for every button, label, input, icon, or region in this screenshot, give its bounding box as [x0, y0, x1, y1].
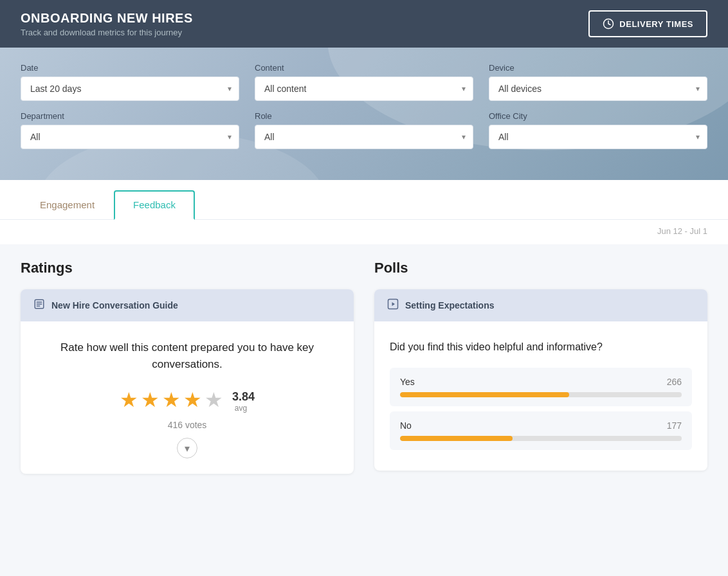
tab-feedback[interactable]: Feedback	[114, 190, 195, 220]
content-filter-label: Content	[255, 63, 473, 73]
rating-avg-label: avg	[227, 404, 255, 413]
delivery-times-label: DELIVERY TIMES	[619, 19, 693, 29]
polls-card: Setting Expectations Did you find this v…	[374, 289, 707, 471]
votes-text: 416 votes	[36, 420, 338, 430]
star-4: ★	[183, 388, 202, 412]
date-filter-select[interactable]: Last 20 days Last 7 days Last 30 days La…	[21, 76, 239, 101]
tabs-container: Engagement Feedback	[21, 180, 707, 219]
tab-engagement[interactable]: Engagement	[21, 190, 114, 219]
filter-group-role: Role All	[255, 111, 473, 149]
poll-yes-count: 266	[667, 377, 682, 387]
polls-card-header: Setting Expectations	[374, 289, 707, 321]
filter-group-device: Device All devices	[489, 63, 707, 101]
department-filter-select[interactable]: All	[21, 125, 239, 149]
poll-option-no: No 177	[390, 411, 692, 450]
poll-no-label: No	[400, 420, 412, 431]
avg-row: ★ ★ ★ ★ ★ 3.84 avg	[36, 388, 338, 415]
poll-yes-bar-bg	[400, 392, 682, 397]
rating-avg-group: 3.84 avg	[227, 390, 255, 413]
list-icon	[33, 298, 45, 312]
date-range-text: Jun 12 - Jul 1	[657, 226, 707, 236]
star-5: ★	[205, 388, 223, 412]
office-city-filter-wrapper: All	[489, 125, 707, 149]
main-content: Ratings New Hire Conversation Guide Ra	[0, 244, 728, 576]
date-filter-wrapper: Last 20 days Last 7 days Last 30 days La…	[21, 76, 239, 101]
poll-no-count: 177	[667, 420, 682, 431]
rating-avg-value: 3.84	[232, 390, 255, 403]
poll-no-bar	[400, 436, 513, 441]
device-filter-label: Device	[489, 63, 707, 73]
header: ONBOARDING NEW HIRES Track and download …	[0, 0, 728, 48]
filter-group-department: Department All	[21, 111, 239, 149]
filters-section: Date Last 20 days Last 7 days Last 30 da…	[0, 48, 728, 180]
rating-question: Rate how well this content prepared you …	[36, 339, 338, 372]
stars-row: ★ ★ ★ ★ ★	[120, 388, 223, 412]
filter-group-date: Date Last 20 days Last 7 days Last 30 da…	[21, 63, 239, 101]
date-filter-label: Date	[21, 63, 239, 73]
device-filter-select[interactable]: All devices	[489, 76, 707, 101]
poll-yes-bar	[400, 392, 569, 397]
poll-yes-label: Yes	[400, 377, 415, 387]
polls-card-body: Did you find this video helpful and info…	[374, 321, 707, 471]
content-filter-wrapper: All content	[255, 76, 473, 101]
filter-group-content: Content All content	[255, 63, 473, 101]
ratings-column: Ratings New Hire Conversation Guide Ra	[21, 260, 354, 474]
poll-no-bar-bg	[400, 436, 682, 441]
department-filter-label: Department	[21, 111, 239, 121]
page-title: ONBOARDING NEW HIRES	[21, 11, 193, 26]
expand-ratings-button[interactable]: ▾	[177, 438, 197, 458]
polls-card-title: Setting Expectations	[405, 300, 494, 310]
star-3: ★	[162, 388, 181, 412]
role-filter-select[interactable]: All	[255, 125, 473, 149]
header-left: ONBOARDING NEW HIRES Track and download …	[21, 11, 193, 37]
office-city-filter-select[interactable]: All	[489, 125, 707, 149]
role-filter-label: Role	[255, 111, 473, 121]
date-range-bar: Jun 12 - Jul 1	[0, 220, 728, 244]
polls-section-title: Polls	[374, 260, 707, 276]
play-icon	[387, 298, 399, 312]
ratings-section-title: Ratings	[21, 260, 354, 276]
ratings-card: New Hire Conversation Guide Rate how wel…	[21, 289, 354, 474]
svg-marker-6	[392, 302, 396, 306]
page-subtitle: Track and download metrics for this jour…	[21, 28, 193, 37]
role-filter-wrapper: All	[255, 125, 473, 149]
delivery-times-button[interactable]: DELIVERY TIMES	[588, 10, 707, 37]
ratings-card-header: New Hire Conversation Guide	[21, 289, 354, 321]
star-1: ★	[120, 388, 138, 412]
chevron-down-icon: ▾	[185, 442, 190, 455]
poll-question: Did you find this video helpful and info…	[390, 339, 692, 355]
poll-option-yes: Yes 266	[390, 368, 692, 406]
clock-icon	[603, 18, 614, 30]
filter-group-office-city: Office City All	[489, 111, 707, 149]
office-city-filter-label: Office City	[489, 111, 707, 121]
polls-column: Polls Setting Expectations Did you find …	[374, 260, 707, 474]
ratings-card-title: New Hire Conversation Guide	[51, 300, 178, 310]
star-2: ★	[141, 388, 159, 412]
tabs-section: Engagement Feedback	[0, 180, 728, 220]
content-columns: Ratings New Hire Conversation Guide Ra	[21, 260, 707, 474]
device-filter-wrapper: All devices	[489, 76, 707, 101]
department-filter-wrapper: All	[21, 125, 239, 149]
filter-row-1: Date Last 20 days Last 7 days Last 30 da…	[21, 63, 707, 101]
filter-row-2: Department All Role All Office City All	[21, 111, 707, 149]
content-filter-select[interactable]: All content	[255, 76, 473, 101]
ratings-card-body: Rate how well this content prepared you …	[21, 321, 354, 474]
